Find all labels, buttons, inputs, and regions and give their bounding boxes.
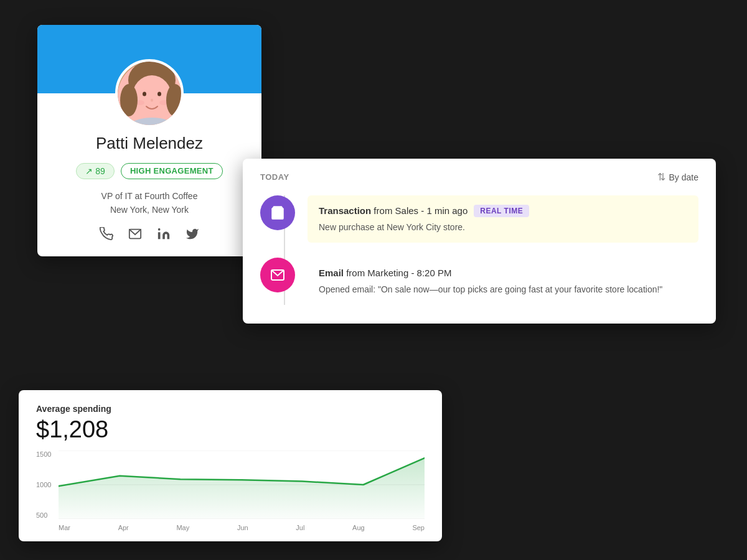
realtime-badge: REAL TIME — [474, 205, 529, 217]
email-title-row: Email from Marketing - 8:20 PM — [319, 266, 687, 279]
profile-header-banner — [37, 25, 261, 93]
transaction-description: New purchase at New York City store. — [319, 221, 687, 234]
svg-point-3 — [143, 92, 146, 96]
avatar-image — [118, 62, 181, 125]
score-badge: ↗ 89 — [76, 163, 115, 179]
svg-point-4 — [157, 92, 161, 96]
email-title: Email from Marketing - 8:20 PM — [319, 266, 451, 279]
chart-y-labels: 1500 1000 500 — [36, 450, 56, 519]
chart-svg — [59, 450, 425, 519]
sort-icon: ⇅ — [657, 171, 665, 183]
activity-card: TODAY ⇅ By date Transaction from Sales -… — [243, 159, 716, 324]
transaction-dot — [260, 195, 295, 230]
activity-header: TODAY ⇅ By date — [260, 171, 698, 183]
linkedin-icon[interactable] — [157, 227, 171, 244]
engagement-badge: HIGH ENGAGEMENT — [121, 163, 223, 179]
chart-x-labels: Mar Apr May Jun Jul Aug Sep — [59, 524, 425, 531]
phone-icon[interactable] — [100, 227, 113, 244]
spending-label: Average spending — [36, 404, 425, 414]
profile-badges: ↗ 89 HIGH ENGAGEMENT — [50, 163, 249, 179]
spending-amount: $1,208 — [36, 416, 425, 443]
sort-label: By date — [669, 172, 698, 182]
sort-button[interactable]: ⇅ By date — [657, 171, 698, 183]
svg-point-8 — [120, 84, 138, 116]
profile-name: Patti Melendez — [50, 134, 249, 153]
profile-title: VP of IT at Fourth Coffee New York, New … — [50, 189, 249, 217]
email-dot — [260, 258, 295, 292]
transaction-title-row: Transaction from Sales - 1 min ago REAL … — [319, 204, 687, 217]
email-icon[interactable] — [128, 227, 142, 244]
avatar — [115, 59, 184, 128]
email-description: Opened email: "On sale now—our top picks… — [319, 283, 687, 296]
chart-area: 1500 1000 500 — [36, 450, 425, 531]
timeline-item-transaction: Transaction from Sales - 1 min ago REAL … — [260, 195, 698, 243]
spending-card: Average spending $1,208 1500 1000 500 — [19, 390, 442, 541]
svg-point-2 — [132, 75, 172, 120]
activity-today-label: TODAY — [260, 172, 289, 182]
trending-icon: ↗ — [85, 166, 93, 176]
profile-card: Patti Melendez ↗ 89 HIGH ENGAGEMENT VP o… — [37, 25, 261, 256]
svg-point-12 — [158, 228, 161, 231]
transaction-title: Transaction from Sales - 1 min ago — [319, 204, 467, 217]
profile-contact-icons — [50, 227, 249, 244]
svg-point-5 — [151, 99, 153, 102]
transaction-content: Transaction from Sales - 1 min ago REAL … — [308, 195, 698, 243]
timeline: Transaction from Sales - 1 min ago REAL … — [260, 195, 698, 305]
email-content: Email from Marketing - 8:20 PM Opened em… — [308, 258, 698, 305]
twitter-icon[interactable] — [186, 227, 199, 244]
timeline-item-email: Email from Marketing - 8:20 PM Opened em… — [260, 258, 698, 305]
